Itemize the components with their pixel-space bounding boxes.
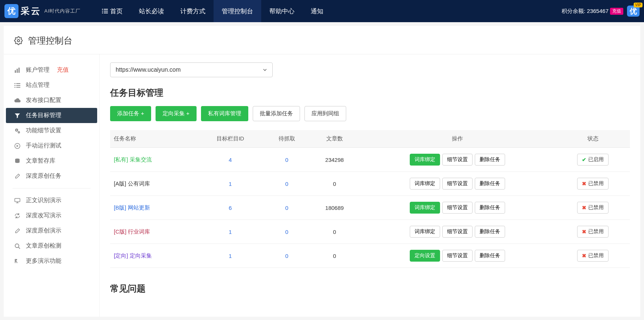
sidebar-item[interactable]: 任务目标管理 <box>6 108 97 123</box>
logo-badge[interactable]: 优 <box>4 4 18 18</box>
column-id-link[interactable]: 6 <box>229 205 232 211</box>
delete-task-button[interactable]: 删除任务 <box>475 154 505 166</box>
nav-item-label: 管理控制台 <box>222 7 253 16</box>
filter-icon <box>14 113 21 119</box>
recharge-tag[interactable]: 充值 <box>57 66 69 74</box>
nav-item-3[interactable]: 管理控制台 <box>214 0 261 22</box>
gear-icon <box>14 36 23 45</box>
status-text: 已禁用 <box>588 180 604 187</box>
sidebar-item-label: 正文识别演示 <box>26 197 61 204</box>
article-count: 0 <box>310 172 359 196</box>
action-group: 词库绑定细节设置删除任务 <box>363 226 552 238</box>
site-select[interactable]: https://www.ucaiyun.com <box>110 62 273 77</box>
table-row: [B版] 网站更新60180689词库绑定细节设置删除任务✖已禁用 <box>110 196 630 220</box>
column-id-link[interactable]: 1 <box>229 181 232 187</box>
pending-count[interactable]: 0 <box>285 157 288 163</box>
svg-rect-15 <box>16 87 20 88</box>
pending-count[interactable]: 0 <box>285 253 288 259</box>
status-pill[interactable]: ✔已启用 <box>577 154 609 166</box>
delete-task-button[interactable]: 删除任务 <box>475 250 505 262</box>
detail-settings-button[interactable]: 细节设置 <box>442 178 473 190</box>
sidebar-item-label: 文章原创检测 <box>26 242 61 250</box>
logo-subtitle: AI时代内容工厂 <box>44 8 81 14</box>
task-name[interactable]: [B版] 网站更新 <box>114 204 150 211</box>
sidebar-item[interactable]: 功能细节设置 <box>6 123 97 138</box>
svg-rect-8 <box>17 69 18 73</box>
task-name[interactable]: [定向] 定向采集 <box>114 252 152 259</box>
column-id-link[interactable]: 1 <box>229 229 232 235</box>
task-name[interactable]: [A版] 公有词库 <box>114 180 150 187</box>
sidebar-item[interactable]: 正文识别演示 <box>6 193 97 208</box>
task-name[interactable]: [私有] 采集交流 <box>114 156 152 163</box>
column-id-link[interactable]: 1 <box>229 253 232 259</box>
points-value: 2365467 <box>587 8 609 14</box>
svg-rect-3 <box>104 11 108 11</box>
cloud-icon <box>14 98 21 103</box>
nav-item-2[interactable]: 计费方式 <box>172 0 214 22</box>
status-pill[interactable]: ✖已禁用 <box>577 202 609 214</box>
sidebar: 账户管理充值站点管理发布接口配置任务目标管理功能细节设置手动运行测试文章暂存库深… <box>4 54 100 317</box>
pending-count[interactable]: 0 <box>285 229 288 235</box>
cogs-icon <box>14 128 21 134</box>
nav-item-1[interactable]: 站长必读 <box>131 0 172 22</box>
nav-item-label: 计费方式 <box>180 7 205 16</box>
detail-settings-button[interactable]: 细节设置 <box>442 202 473 214</box>
nav-item-5[interactable]: 通知 <box>303 0 331 22</box>
batch-add-button[interactable]: 批量添加任务 <box>253 106 300 121</box>
svg-rect-0 <box>102 9 103 10</box>
sidebar-item[interactable]: 文章暂存库 <box>6 153 97 168</box>
status-pill[interactable]: ✖已禁用 <box>577 250 609 262</box>
task-name[interactable]: [C版] 行业词库 <box>114 228 150 235</box>
detail-settings-button[interactable]: 细节设置 <box>442 250 473 262</box>
directed-collect-button[interactable]: 定向采集 + <box>156 106 197 121</box>
play-icon <box>14 143 21 149</box>
private-library-button[interactable]: 私有词库管理 <box>201 106 248 121</box>
delete-task-button[interactable]: 删除任务 <box>475 202 505 214</box>
sidebar-item[interactable]: 发布接口配置 <box>6 93 97 108</box>
site-select-value: https://www.ucaiyun.com <box>116 67 181 73</box>
sidebar-item[interactable]: 深度改写演示 <box>6 208 97 223</box>
pending-count[interactable]: 0 <box>285 181 288 187</box>
bind-library-button[interactable]: 词库绑定 <box>410 226 440 238</box>
column-id-link[interactable]: 4 <box>229 157 232 163</box>
svg-rect-1 <box>104 9 108 10</box>
edit-icon <box>14 228 21 234</box>
sidebar-item[interactable]: 深度原创任务 <box>6 168 97 184</box>
sidebar-item[interactable]: 账户管理充值 <box>6 62 97 78</box>
sidebar-item[interactable]: 深度原创演示 <box>6 223 97 238</box>
table-row: [C版] 行业词库100词库绑定细节设置删除任务✖已禁用 <box>110 220 630 244</box>
sidebar-item[interactable]: 更多演示功能 <box>6 253 97 269</box>
col-pending: 待抓取 <box>264 130 310 148</box>
delete-task-button[interactable]: 删除任务 <box>475 178 505 190</box>
logo-text[interactable]: 采云 <box>21 5 41 17</box>
article-count: 234298 <box>310 148 359 172</box>
nav-item-4[interactable]: 帮助中心 <box>261 0 303 22</box>
detail-settings-button[interactable]: 细节设置 <box>442 226 473 238</box>
sidebar-item-label: 深度改写演示 <box>26 212 61 219</box>
apply-to-group-button[interactable]: 应用到同组 <box>304 106 346 121</box>
bind-library-button[interactable]: 词库绑定 <box>410 154 440 166</box>
page-header: 管理控制台 <box>4 26 640 54</box>
status-pill[interactable]: ✖已禁用 <box>577 226 609 238</box>
bind-library-button[interactable]: 词库绑定 <box>410 178 440 190</box>
sidebar-item-label: 任务目标管理 <box>26 112 61 119</box>
delete-task-button[interactable]: 删除任务 <box>475 226 505 238</box>
sidebar-item[interactable]: 手动运行测试 <box>6 138 97 153</box>
nav-item-0[interactable]: 首页 <box>94 0 131 22</box>
svg-rect-9 <box>18 68 20 73</box>
recharge-pill[interactable]: 充值 <box>610 8 623 15</box>
status-text: 已禁用 <box>588 228 604 235</box>
detail-settings-button[interactable]: 细节设置 <box>442 154 473 166</box>
directed-settings-button[interactable]: 定向设置 <box>410 250 440 262</box>
share-icon <box>14 258 21 264</box>
user-avatar[interactable]: VIP 优 <box>627 6 640 16</box>
status-pill[interactable]: ✖已禁用 <box>577 178 609 190</box>
pending-count[interactable]: 0 <box>285 205 288 211</box>
bind-library-button[interactable]: 词库绑定 <box>410 202 440 214</box>
sidebar-item[interactable]: 文章原创检测 <box>6 238 97 253</box>
sidebar-item[interactable]: 站点管理 <box>6 78 97 93</box>
svg-point-23 <box>15 244 19 248</box>
action-group: 词库绑定细节设置删除任务 <box>363 202 552 214</box>
nav-item-label: 首页 <box>110 7 123 16</box>
add-task-button[interactable]: 添加任务 + <box>110 106 151 121</box>
